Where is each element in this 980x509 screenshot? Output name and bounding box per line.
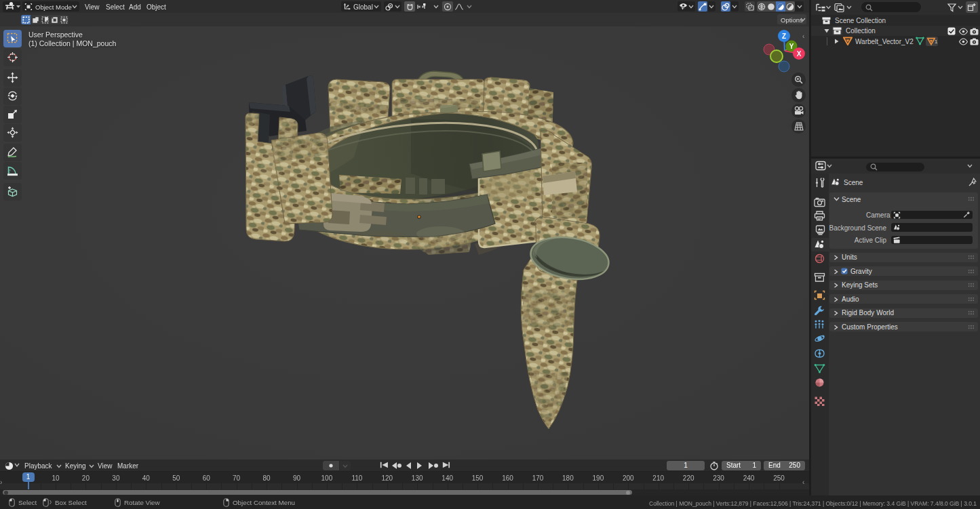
svg-text:X: X — [797, 50, 802, 58]
svg-text:Y: Y — [789, 43, 794, 50]
svg-text:Z: Z — [782, 33, 786, 40]
